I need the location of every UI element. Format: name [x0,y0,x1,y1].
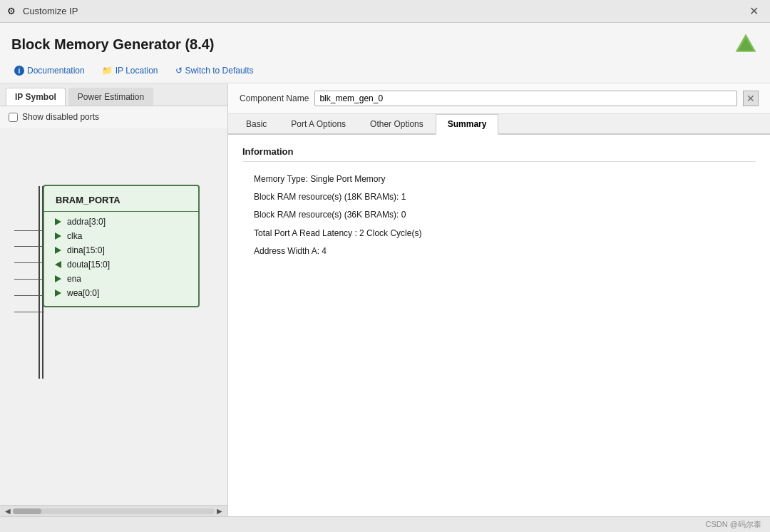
arrow-addra [53,217,63,227]
port-douta: douta[15:0] [44,257,198,272]
conn-line-3 [14,262,44,263]
title-bar-title: Customize IP [23,6,78,16]
component-name-label: Component Name [240,93,309,103]
refresh-icon: ↺ [175,66,183,76]
title-bar-left: ⚙ Customize IP [7,6,78,17]
port-label-clka: clka [67,231,82,241]
left-panel: IP Symbol Power Estimation Show disabled… [0,83,228,516]
conn-line-5 [14,295,44,296]
close-button[interactable]: ✕ [745,4,763,19]
component-name-input[interactable] [314,91,737,106]
arrow-ena [53,274,63,284]
info-item-2: Block RAM resource(s) (36K BRAMs): 0 [242,206,756,224]
bottom-bar: CSDN @码尔泰 [0,516,770,532]
conn-line-6 [14,312,44,312]
arrow-right-dina [55,247,61,254]
arrow-wea [53,288,63,298]
scroll-left-arrow[interactable]: ◀ [3,507,13,515]
scrollbar-track[interactable] [13,508,215,514]
main-content: IP Symbol Power Estimation Show disabled… [0,83,770,516]
switch-to-defaults-button[interactable]: ↺ Switch to Defaults [173,64,257,77]
connector-group [14,230,44,312]
info-item-0: Memory Type: Single Port Memory [242,170,756,188]
port-label-douta: douta[15:0] [67,260,110,270]
conn-line-2 [14,246,44,247]
vivado-logo [733,31,759,57]
info-icon: i [14,66,24,76]
component-name-clear-button[interactable]: ✕ [743,91,759,106]
info-section-title: Information [242,146,756,162]
bram-block: BRAM_PORTA addra[3:0] clka [43,185,200,307]
info-item-4: Address Width A: 4 [242,242,756,260]
watermark-text: CSDN @码尔泰 [706,519,761,530]
ip-canvas: BRAM_PORTA addra[3:0] clka [0,128,227,505]
right-tabs: Basic Port A Options Other Options Summa… [228,114,770,135]
component-name-row: Component Name ✕ [228,83,770,114]
app-title-text: Block Memory Generator (8.4) [11,36,215,53]
ip-location-label: IP Location [115,66,158,76]
app-title: Block Memory Generator (8.4) [11,31,759,57]
arrow-right-addra [55,218,61,225]
show-disabled-label[interactable]: Show disabled ports [22,112,99,122]
tab-basic[interactable]: Basic [234,114,279,135]
conn-line-1 [14,230,44,231]
info-item-3: Total Port A Read Latency : 2 Clock Cycl… [242,225,756,242]
port-addra: addra[3:0] [44,215,198,229]
port-label-addra: addra[3:0] [67,217,106,227]
tab-power-estimation[interactable]: Power Estimation [68,88,153,106]
right-panel: Component Name ✕ Basic Port A Options Ot… [228,83,770,516]
app-container: Block Memory Generator (8.4) i Documenta… [0,23,770,532]
documentation-label: Documentation [27,66,85,76]
port-label-wea: wea[0:0] [67,288,99,298]
arrow-douta [53,260,63,270]
port-label-dina: dina[15:0] [67,245,105,255]
arrow-dina [53,245,63,255]
port-label-ena: ena [67,274,81,284]
folder-icon: 📁 [102,66,113,76]
conn-line-4 [14,279,44,280]
documentation-button[interactable]: i Documentation [11,64,88,77]
info-item-1: Block RAM resource(s) (18K BRAMs): 1 [242,188,756,206]
title-bar: ⚙ Customize IP ✕ [0,0,770,23]
app-icon: ⚙ [7,6,19,17]
scrollbar-thumb[interactable] [13,508,41,514]
port-ena: ena [44,272,198,286]
port-wea: wea[0:0] [44,286,198,300]
summary-content: Information Memory Type: Single Port Mem… [228,135,770,516]
arrow-right-wea [55,290,61,297]
left-scrollbar[interactable]: ◀ ▶ [0,505,227,516]
port-dina: dina[15:0] [44,243,198,257]
tab-ip-symbol[interactable]: IP Symbol [6,88,66,106]
arrow-left-douta [55,261,61,268]
arrow-right-ena [55,275,61,282]
toolbar: i Documentation 📁 IP Location ↺ Switch t… [11,64,759,77]
bram-title: BRAM_PORTA [44,192,198,212]
tab-port-a-options[interactable]: Port A Options [279,114,358,135]
tab-summary[interactable]: Summary [436,114,499,135]
port-clka: clka [44,229,198,243]
header-section: Block Memory Generator (8.4) i Documenta… [0,23,770,83]
arrow-right-clka [55,232,61,240]
show-disabled-row: Show disabled ports [0,106,227,128]
tab-other-options[interactable]: Other Options [358,114,436,135]
show-disabled-checkbox[interactable] [9,113,18,122]
scroll-right-arrow[interactable]: ▶ [215,507,225,515]
ip-location-button[interactable]: 📁 IP Location [99,64,161,77]
switch-to-defaults-label: Switch to Defaults [185,66,254,76]
left-tabs: IP Symbol Power Estimation [0,83,227,106]
arrow-clka [53,231,63,241]
